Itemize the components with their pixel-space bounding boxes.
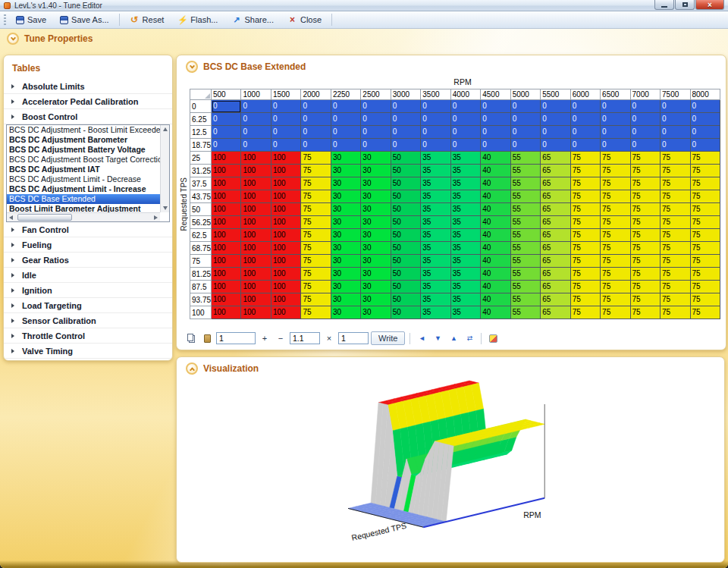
grid-cell[interactable]: 30 xyxy=(331,190,360,203)
sidebar-item-boost-control[interactable]: Boost Control xyxy=(4,109,172,124)
grid-cell[interactable]: 65 xyxy=(541,293,570,306)
grid-cell[interactable]: 75 xyxy=(301,268,331,281)
grid-cell[interactable]: 75 xyxy=(690,306,720,319)
grid-cell[interactable]: 75 xyxy=(301,177,331,190)
grid-cell[interactable]: 0 xyxy=(690,126,720,139)
grid-cell[interactable]: 75 xyxy=(301,242,331,255)
grid-cell[interactable]: 55 xyxy=(510,268,540,281)
grid-cell[interactable]: 75 xyxy=(601,306,630,319)
grid-cell[interactable]: 0 xyxy=(212,100,241,113)
grid-cell[interactable]: 0 xyxy=(271,126,300,139)
paint-button[interactable] xyxy=(486,331,500,345)
save-as-button[interactable]: Save As... xyxy=(54,13,115,27)
grid-cell[interactable]: 0 xyxy=(391,113,420,126)
tps-row-header[interactable]: 37.5 xyxy=(190,177,212,190)
table-item-bcs-dc-adjustment-boost-limit-exceeded[interactable]: BCS DC Adjustment - Boost Limit Exceeded xyxy=(7,125,160,135)
grid-cell[interactable]: 0 xyxy=(391,100,420,113)
grid-cell[interactable]: 75 xyxy=(601,229,630,242)
grid-cell[interactable]: 35 xyxy=(421,177,450,190)
grid-cell[interactable]: 75 xyxy=(601,152,630,165)
grid-cell[interactable]: 35 xyxy=(421,255,450,268)
tps-row-header[interactable]: 43.75 xyxy=(190,190,212,203)
grid-cell[interactable]: 0 xyxy=(661,100,690,113)
grid-cell[interactable]: 30 xyxy=(331,177,360,190)
grid-cell[interactable]: 30 xyxy=(361,293,391,306)
grid-cell[interactable]: 35 xyxy=(421,268,450,281)
grid-cell[interactable]: 75 xyxy=(570,152,600,165)
grid-cell[interactable]: 40 xyxy=(481,190,510,203)
grid-cell[interactable]: 75 xyxy=(630,268,660,281)
grid-cell[interactable]: 40 xyxy=(481,268,510,281)
smooth-swap-button[interactable]: ⇄ xyxy=(463,331,476,345)
grid-cell[interactable]: 0 xyxy=(450,113,480,126)
grid-cell[interactable]: 65 xyxy=(541,152,570,165)
grid-cell[interactable]: 100 xyxy=(212,152,241,165)
tps-row-header[interactable]: 56.25 xyxy=(190,216,212,229)
grid-cell[interactable]: 0 xyxy=(421,126,450,139)
grid-cell[interactable]: 75 xyxy=(601,203,630,216)
smooth-up-button[interactable]: ▲ xyxy=(447,331,460,345)
sidebar-item-load-targeting[interactable]: Load Targeting xyxy=(4,298,172,313)
grid-cell[interactable]: 30 xyxy=(361,152,391,165)
tps-row-header[interactable]: 62.5 xyxy=(190,229,212,242)
grid-cell[interactable]: 75 xyxy=(570,306,600,319)
grid-cell[interactable]: 100 xyxy=(212,281,241,293)
grid-cell[interactable]: 75 xyxy=(601,268,630,281)
grid-cell[interactable]: 30 xyxy=(361,177,391,190)
grid-cell[interactable]: 55 xyxy=(510,203,540,216)
sidebar-item-accelerator-pedal-calibration[interactable]: Accelerator Pedal Calibration xyxy=(4,94,172,109)
grid-cell[interactable]: 75 xyxy=(661,229,690,242)
table-item-bcs-dc-adjustment-boost-target-correction-b[interactable]: BCS DC Adjustment Boost Target Correctio… xyxy=(7,155,160,165)
grid-cell[interactable]: 30 xyxy=(331,293,360,306)
grid-cell[interactable]: 0 xyxy=(450,139,480,152)
grid-cell[interactable]: 0 xyxy=(570,139,600,152)
write-button[interactable]: Write xyxy=(371,331,405,345)
grid-cell[interactable]: 100 xyxy=(212,229,241,242)
grid-cell[interactable]: 30 xyxy=(361,203,391,216)
table-item-bcs-dc-adjustment-battery-voltage[interactable]: BCS DC Adjustment Battery Voltage xyxy=(7,145,160,155)
grid-cell[interactable]: 35 xyxy=(421,229,450,242)
grid-cell[interactable]: 65 xyxy=(541,165,570,177)
grid-cell[interactable]: 0 xyxy=(630,139,660,152)
grid-cell[interactable]: 100 xyxy=(212,268,241,281)
grid-cell[interactable]: 30 xyxy=(361,216,391,229)
grid-cell[interactable]: 75 xyxy=(661,177,690,190)
grid-cell[interactable]: 0 xyxy=(301,139,331,152)
grid-cell[interactable]: 75 xyxy=(630,306,660,319)
grid-cell[interactable]: 75 xyxy=(630,242,660,255)
grid-cell[interactable]: 40 xyxy=(481,165,510,177)
grid-cell[interactable]: 0 xyxy=(301,113,331,126)
tps-row-header[interactable]: 50 xyxy=(190,203,212,216)
set-value-input[interactable] xyxy=(216,332,256,344)
grid-cell[interactable]: 0 xyxy=(450,100,480,113)
grid-cell[interactable]: 100 xyxy=(212,306,241,319)
grid-cell[interactable]: 75 xyxy=(301,293,331,306)
grid-cell[interactable]: 35 xyxy=(421,165,450,177)
grid-cell[interactable]: 100 xyxy=(212,255,241,268)
tps-row-header[interactable]: 25 xyxy=(190,152,212,165)
grid-cell[interactable]: 75 xyxy=(301,190,331,203)
grid-cell[interactable]: 0 xyxy=(241,126,271,139)
grid-cell[interactable]: 40 xyxy=(481,242,510,255)
grid-cell[interactable]: 75 xyxy=(570,281,600,293)
tps-row-header[interactable]: 18.75 xyxy=(190,139,212,152)
grid-cell[interactable]: 75 xyxy=(601,177,630,190)
grid-cell[interactable]: 75 xyxy=(301,152,331,165)
grid-cell[interactable]: 35 xyxy=(421,216,450,229)
scroll-up-icon[interactable] xyxy=(163,127,168,131)
grid-cell[interactable]: 30 xyxy=(331,281,360,293)
grid-cell[interactable]: 40 xyxy=(481,152,510,165)
grid-cell[interactable]: 30 xyxy=(331,242,360,255)
grid-cell[interactable]: 75 xyxy=(690,242,720,255)
grid-cell[interactable]: 0 xyxy=(481,139,510,152)
grid-cell[interactable]: 0 xyxy=(541,113,570,126)
grid-cell[interactable]: 30 xyxy=(361,242,391,255)
grid-cell[interactable]: 65 xyxy=(541,216,570,229)
grid-cell[interactable]: 50 xyxy=(391,177,420,190)
tps-row-header[interactable]: 68.75 xyxy=(190,242,212,255)
grid-cell[interactable]: 75 xyxy=(661,203,690,216)
grid-cell[interactable]: 30 xyxy=(331,203,360,216)
grid-cell[interactable]: 100 xyxy=(271,203,300,216)
listbox-horizontal-scrollbar[interactable] xyxy=(7,212,160,221)
save-button[interactable]: Save xyxy=(10,13,52,27)
